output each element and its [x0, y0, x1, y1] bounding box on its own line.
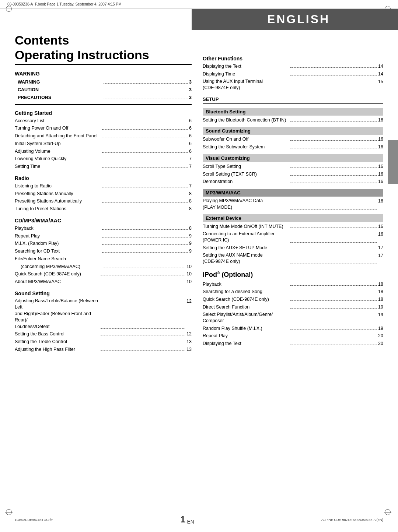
- warning-title: WARNING: [15, 71, 192, 77]
- footer-file: 1GB02CDE9874ETOC.fm: [15, 518, 53, 522]
- sound-setting-section: Sound Setting Adjusting Bass/Treble/Bala…: [15, 290, 192, 353]
- list-item: Playback 8: [15, 225, 192, 232]
- list-item: Quick Search (CDE-9874E only) 18: [203, 296, 383, 303]
- warning-section: WARNING WARNING 3 CAUTION 3 PRECAUTIONS …: [15, 71, 192, 105]
- list-item: Playing MP3/WMA/AAC Data(PLAY MODE) 16: [203, 198, 383, 211]
- list-item: Setting the Bass Control 12: [15, 331, 192, 338]
- external-device-header: External Device: [203, 214, 383, 222]
- list-item: File/Folder Name Search: [15, 256, 192, 263]
- list-item: Adjusting Bass/Treble/Balance (Between L…: [15, 298, 192, 330]
- sound-customizing-header: Sound Customizing: [203, 127, 383, 135]
- top-bar: 68-09359Z38-A_F.book Page 1 Tuesday, Sep…: [0, 0, 398, 9]
- list-item: Accessory List 6: [15, 117, 192, 124]
- list-item: Presetting Stations Automatically 8: [15, 198, 192, 205]
- list-item: Initial System Start-Up 6: [15, 140, 192, 147]
- toc-entry-caution: CAUTION 3: [15, 87, 192, 94]
- list-item: Setting the AUX NAME mode(CDE-9874E only…: [203, 252, 383, 265]
- list-item: Setting the AUX+ SETUP Mode 17: [203, 244, 383, 251]
- radio-header: Radio: [15, 175, 192, 181]
- list-item: Adjusting the High Pass Filter 13: [15, 346, 192, 353]
- list-item: Turning Power On and Off 6: [15, 125, 192, 132]
- footer-copyright: ALPINE CDE-9874E 68-09359Z38-A (EN): [321, 518, 383, 522]
- list-item: Listening to Radio 7: [15, 183, 192, 190]
- page-header: ENGLISH: [0, 9, 398, 30]
- list-item: Subwoofer On and Off 16: [203, 136, 383, 143]
- visual-customizing-header: Visual Customizing: [203, 154, 383, 162]
- getting-started-section: Getting Started Accessory List 6 Turning…: [15, 110, 192, 170]
- toc-entry-precautions: PRECAUTIONS 3: [15, 94, 192, 101]
- list-item: Quick Search (CDE-9874E only) 10: [15, 271, 192, 278]
- ipod-header: iPod® (Optional): [203, 271, 383, 279]
- list-item: Displaying Time 14: [203, 71, 383, 78]
- page-number: 1: [180, 514, 185, 524]
- list-item: Detaching and Attaching the Front Panel …: [15, 133, 192, 140]
- list-item: Setting the Treble Control 13: [15, 338, 192, 345]
- title-contents: Contents: [15, 34, 192, 47]
- sound-setting-header: Sound Setting: [15, 290, 192, 296]
- setup-header: SETUP: [203, 96, 219, 102]
- page-footer: 1GB02CDE9874ETOC.fm 1-EN ALPINE CDE-9874…: [0, 514, 398, 525]
- list-item: Scroll Setting (TEXT SCR) 16: [203, 171, 383, 178]
- list-item: About MP3/WMA/AAC 10: [15, 278, 192, 285]
- mp3wma-header: MP3/WMA/AAC: [203, 189, 383, 197]
- radio-section: Radio Listening to Radio 7 Presetting St…: [15, 175, 192, 212]
- section-tab: [388, 140, 398, 184]
- getting-started-header: Getting Started: [15, 110, 192, 116]
- setup-section: SETUP Bluetooth Setting Setting the Blue…: [203, 96, 383, 265]
- list-item: Random Play Shuffle (M.I.X.) 19: [203, 325, 383, 332]
- list-item: Select Playlist/Artist/Album/Genre/Compo…: [203, 311, 383, 324]
- list-item: Using the AUX Input Terminal(CDE-9874E o…: [203, 78, 383, 91]
- list-item: Searching for CD Text 9: [15, 248, 192, 255]
- list-item: (concerning MP3/WMA/AAC) 10: [15, 263, 192, 270]
- list-item: Displaying the Text 20: [203, 340, 383, 347]
- toc-entry-warning: WARNING 3: [15, 79, 192, 86]
- left-column: Contents Operating Instructions WARNING …: [15, 34, 192, 354]
- list-item: Playback 18: [203, 281, 383, 288]
- list-item: M.I.X. (Random Play) 9: [15, 240, 192, 247]
- list-item: Turning Mute Mode On/Off (INT MUTE) 16: [203, 223, 383, 230]
- right-column: Other Functions Displaying the Text 14 D…: [203, 34, 383, 354]
- list-item: Setting the Bluetooth Connection (BT IN)…: [203, 117, 383, 124]
- title-operating: Operating Instructions: [15, 48, 192, 65]
- cdmp3-header: CD/MP3/WMA/AAC: [15, 218, 192, 223]
- list-item: Displaying the Text 14: [203, 63, 383, 70]
- other-functions-header: Other Functions: [203, 56, 383, 61]
- page-number-area: 1-EN: [180, 514, 194, 525]
- list-item: Direct Search Function 19: [203, 304, 383, 311]
- list-item: Repeat Play 9: [15, 233, 192, 240]
- list-item: Scroll Type Setting 16: [203, 163, 383, 170]
- list-item: Searching for a desired Song 18: [203, 288, 383, 295]
- ipod-section: iPod® (Optional) Playback 18 Searching f…: [203, 271, 383, 347]
- list-item: Demonstration 16: [203, 178, 383, 185]
- list-item: Setting Time 7: [15, 163, 192, 170]
- main-content: Contents Operating Instructions WARNING …: [0, 34, 398, 354]
- list-item: Lowering Volume Quickly 7: [15, 155, 192, 162]
- page-suffix: -EN: [185, 519, 194, 525]
- list-item: Setting the Subwoofer System 16: [203, 144, 383, 151]
- list-item: Connecting to an External Amplifier(POWE…: [203, 231, 383, 244]
- file-info: 68-09359Z38-A_F.book Page 1 Tuesday, Sep…: [7, 2, 121, 6]
- footer-left: 1GB02CDE9874ETOC.fm: [15, 517, 53, 522]
- list-item: Adjusting Volume 6: [15, 148, 192, 155]
- list-item: Tuning to Preset Stations 8: [15, 205, 192, 212]
- list-item: Repeat Play 20: [203, 332, 383, 339]
- list-item: Presetting Stations Manually 8: [15, 190, 192, 197]
- english-banner: ENGLISH: [192, 9, 398, 30]
- other-functions-section: Other Functions Displaying the Text 14 D…: [203, 56, 383, 91]
- footer-right: ALPINE CDE-9874E 68-09359Z38-A (EN): [321, 517, 383, 522]
- bluetooth-header: Bluetooth Setting: [203, 108, 383, 116]
- cdmp3-section: CD/MP3/WMA/AAC Playback 8 Repeat Play 9 …: [15, 218, 192, 285]
